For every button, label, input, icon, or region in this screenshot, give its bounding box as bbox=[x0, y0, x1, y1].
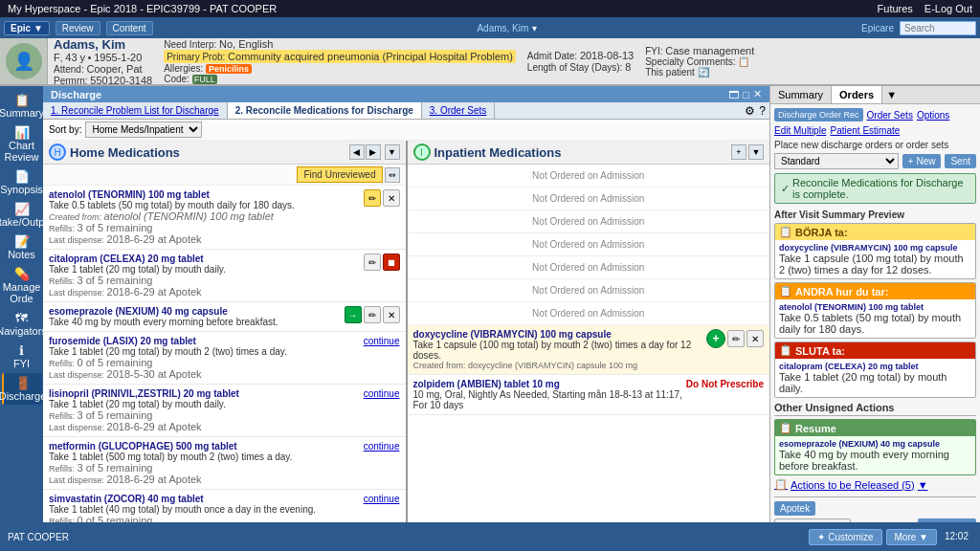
apotek-btn[interactable]: Apotek bbox=[774, 501, 815, 516]
filter-btn[interactable]: ▼ bbox=[385, 144, 400, 160]
med-directions: Take 1 tablet (40 mg total) by mouth onc… bbox=[49, 504, 360, 515]
med-name: esomeprazole (NEXIUM) 40 mg capsule bbox=[49, 306, 341, 317]
andra-icon: 📋 bbox=[779, 285, 792, 298]
inpatient-add-btn[interactable]: + bbox=[731, 144, 746, 160]
sort-label: Sort by: bbox=[49, 124, 81, 135]
place-order-label: Place new discharge orders or order sets bbox=[774, 140, 976, 150]
home-meds-header: H Home Medications ◀ ▶ ▼ bbox=[43, 141, 406, 165]
doxy-clear-btn[interactable]: ✕ bbox=[746, 330, 764, 347]
sort-select[interactable]: Home Meds/Inpatient bbox=[85, 121, 202, 138]
doxy-created: Created from: doxycycline (VIBRAMYCIN) c… bbox=[413, 361, 703, 370]
customize-btn[interactable]: ✦ Customize bbox=[809, 529, 881, 545]
med-refills: Refills: 3 of 5 remaining bbox=[49, 222, 360, 233]
order-type-select[interactable]: Standard bbox=[774, 153, 899, 169]
sidebar-item-discharge[interactable]: 🚪 Discharge bbox=[2, 373, 42, 405]
action-pencil2-btn[interactable]: ✏ bbox=[364, 253, 381, 271]
right-content: Discharge Order Rec Order Sets Options E… bbox=[770, 104, 980, 522]
resume-directions: Take 40 mg by mouth every morning before… bbox=[779, 449, 971, 472]
tab-orders[interactable]: Orders bbox=[832, 86, 882, 103]
find-unreviewed-btn[interactable]: Find Unreviewed bbox=[297, 166, 382, 183]
med-directions: Take 1 tablet (20 mg total) by mouth dai… bbox=[49, 264, 360, 275]
discharge-order-rec-btn[interactable]: Discharge Order Rec bbox=[774, 108, 863, 121]
sidebar-item-intake-output[interactable]: 📈 Intake/Output bbox=[2, 199, 42, 231]
med-panels: H Home Medications ◀ ▶ ▼ Find Unreviewed… bbox=[43, 141, 769, 522]
sort-bar: Sort by: Home Meds/Inpatient bbox=[43, 120, 769, 141]
sidebar-item-summary[interactable]: 📋 Summary bbox=[2, 90, 42, 121]
resume-header: 📋 Resume bbox=[775, 420, 975, 436]
minimize-btn[interactable]: 🗖 bbox=[728, 88, 739, 100]
tab-summary[interactable]: Summary bbox=[770, 86, 832, 103]
prev-arrow[interactable]: ◀ bbox=[349, 144, 365, 160]
med-directions: Take 0.5 tablets (50 mg total) by mouth … bbox=[49, 200, 360, 210]
doxy-name: doxycycline (VIBRAMYCIN) 100 mg capsule bbox=[413, 329, 703, 340]
zolpidem-item: zolpidem (AMBIEN) tablet 10 mg 10 mg, Or… bbox=[408, 375, 770, 415]
sent-btn[interactable]: Sent bbox=[945, 154, 976, 168]
list-item: atenolol (TENORMIN) 100 mg tablet Take 0… bbox=[43, 186, 406, 250]
continue-link-5[interactable]: continue bbox=[364, 388, 400, 399]
review-btn[interactable]: Review bbox=[56, 21, 100, 35]
action-clear-btn[interactable]: ✕ bbox=[383, 189, 400, 207]
navigators-icon: 🗺 bbox=[15, 311, 28, 325]
continue-link-6[interactable]: continue bbox=[364, 441, 400, 452]
new-order-btn[interactable]: + New bbox=[902, 154, 942, 168]
logout-link[interactable]: E-Log Out bbox=[924, 3, 972, 14]
next-arrow[interactable]: ▶ bbox=[366, 144, 381, 160]
continue-link-4[interactable]: continue bbox=[364, 336, 400, 346]
inpatient-filter-btn[interactable]: ▼ bbox=[748, 144, 764, 160]
tab-dropdown[interactable]: ▼ bbox=[882, 86, 901, 103]
close-btn[interactable]: ✕ bbox=[753, 88, 762, 100]
sidebar-item-synopsis[interactable]: 📄 Synopsis bbox=[2, 166, 42, 198]
sidebar-item-navigators[interactable]: 🗺 Navigators bbox=[2, 308, 42, 340]
specialty-comments: Specialty Comments: 📋 bbox=[645, 56, 754, 67]
futures-link[interactable]: Futures bbox=[878, 3, 913, 14]
actions-release-link[interactable]: 📋 Actions to be Released (5) ▼ bbox=[774, 478, 976, 491]
reconcile-message: ✓ Reconcile Medications for Discharge is… bbox=[774, 173, 976, 204]
epic-menu-btn[interactable]: Epic ▼ bbox=[4, 21, 50, 35]
doxy-pencil-btn[interactable]: ✏ bbox=[727, 330, 745, 347]
patient-estimate-link[interactable]: Patient Estimate bbox=[830, 125, 900, 136]
med-name: furosemide (LASIX) 20 mg tablet bbox=[49, 336, 360, 346]
list-item: lisinopril (PRINIVIL,ZESTRIL) 20 mg tabl… bbox=[43, 385, 406, 437]
doxy-add-btn[interactable]: + bbox=[706, 329, 725, 348]
content-btn[interactable]: Content bbox=[106, 21, 153, 35]
order-sets-link[interactable]: Order Sets bbox=[867, 110, 913, 121]
tab-reconcile-meds[interactable]: 2. Reconcile Medications for Discharge bbox=[228, 102, 422, 119]
epicare-search-input[interactable] bbox=[900, 21, 976, 35]
maximize-btn[interactable]: □ bbox=[743, 88, 749, 100]
edit-multiple-link[interactable]: Edit Multiple bbox=[774, 125, 826, 136]
resume-body: esomeprazole (NEXIUM) 40 mg capsule Take… bbox=[775, 436, 975, 474]
sidebar-item-manage-orders[interactable]: 💊 Manage Orde bbox=[2, 264, 42, 307]
tab-order-sets[interactable]: 3. Order Sets bbox=[422, 102, 495, 119]
action-stop-btn[interactable]: ⏹ bbox=[383, 253, 400, 271]
sidebar-item-fyi[interactable]: ℹ FYI bbox=[2, 341, 42, 372]
action-pencil3-btn[interactable]: ✏ bbox=[364, 306, 381, 323]
med-refills: Refills: 3 of 5 remaining bbox=[49, 462, 360, 474]
right-tabs: Summary Orders ▼ bbox=[770, 86, 980, 104]
tab-reconcile-problem[interactable]: 1. Reconcile Problem List for Discharge bbox=[43, 102, 228, 119]
notes-icon: 📝 bbox=[14, 234, 30, 249]
right-panel: Summary Orders ▼ Discharge Order Rec Ord… bbox=[769, 86, 980, 522]
sidebar-item-notes[interactable]: 📝 Notes bbox=[2, 231, 42, 263]
more-btn[interactable]: More ▼ bbox=[886, 529, 937, 545]
expand-btn[interactable]: ⇔ bbox=[385, 167, 400, 183]
unsigned-title: Other Unsigned Actions bbox=[774, 402, 976, 416]
action-pencil-btn[interactable]: ✏ bbox=[364, 189, 381, 207]
do-not-prescribe: Do Not Prescribe bbox=[686, 379, 764, 389]
fyi-label: FYI: Case management bbox=[645, 45, 754, 56]
checkmark-icon: ✓ bbox=[781, 183, 790, 195]
chart-review-icon: 📊 bbox=[14, 125, 30, 140]
borja-header: 📋 BÖRJA ta: bbox=[775, 224, 975, 240]
andra-med: atenolol (TENORMIN) 100 mg tablet bbox=[779, 302, 971, 312]
med-name: citalopram (CELEXA) 20 mg tablet bbox=[49, 253, 360, 264]
sidebar-item-chart-review[interactable]: 📊 Chart Review bbox=[2, 122, 42, 165]
action-arrow-btn[interactable]: → bbox=[345, 306, 362, 323]
continue-link-7[interactable]: continue bbox=[364, 494, 400, 504]
andra-header: 📋 ANDRA hur du tar: bbox=[775, 283, 975, 299]
sluta-directions: Take 1 tablet (20 mg total) by mouth dai… bbox=[779, 371, 971, 394]
not-ordered-2: Not Ordered on Admission bbox=[408, 187, 770, 210]
action-clear2-btn[interactable]: ✕ bbox=[383, 306, 400, 323]
help-btn[interactable]: ? bbox=[759, 104, 766, 118]
current-user: PAT COOPER bbox=[8, 532, 69, 542]
settings-btn[interactable]: ⚙ bbox=[745, 104, 755, 118]
options-link[interactable]: Options bbox=[917, 110, 949, 121]
